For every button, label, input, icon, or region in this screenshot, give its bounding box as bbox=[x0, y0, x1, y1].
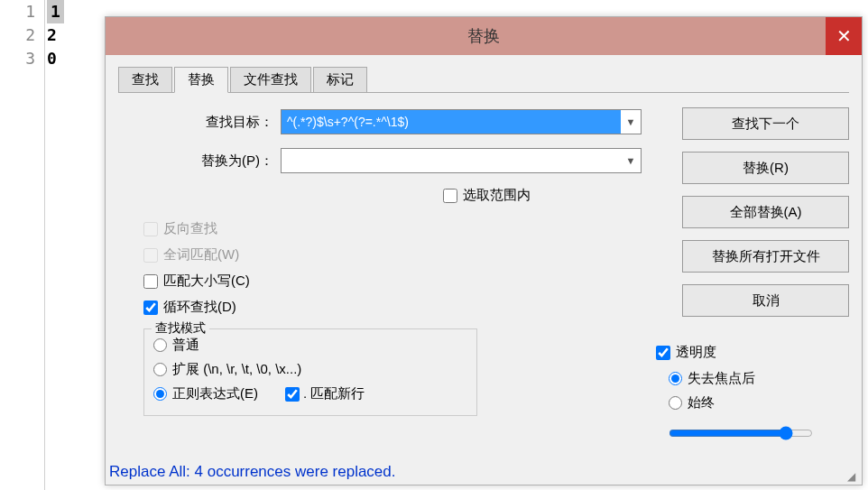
in-selection-checkbox[interactable] bbox=[443, 189, 457, 203]
close-button[interactable]: ✕ bbox=[826, 17, 862, 55]
replace-all-open-button[interactable]: 替换所有打开文件 bbox=[682, 240, 849, 273]
close-icon: ✕ bbox=[836, 25, 852, 47]
radio-extended-row: 扩展 (\n, \r, \t, \0, \x...) bbox=[153, 361, 467, 378]
find-combo[interactable]: ▼ bbox=[281, 109, 642, 134]
tab-find[interactable]: 查找 bbox=[118, 67, 172, 93]
titlebar[interactable]: 替换 ✕ bbox=[106, 17, 862, 55]
match-case-label: 匹配大小写(C) bbox=[163, 273, 250, 290]
trans-lose-focus-row: 失去焦点后 bbox=[669, 370, 836, 387]
replace-label: 替换为(P)： bbox=[118, 153, 281, 170]
search-mode-legend: 查找模式 bbox=[152, 320, 209, 337]
radio-normal[interactable] bbox=[153, 338, 167, 352]
tab-bar: 查找 替换 文件查找 标记 bbox=[118, 66, 849, 93]
gutter-line: 1 bbox=[0, 0, 44, 23]
trans-always-row: 始终 bbox=[669, 394, 836, 411]
whole-word-checkbox bbox=[143, 248, 158, 263]
transparency-group: 透明度 失去焦点后 始终 bbox=[656, 344, 836, 443]
dot-newline-label: . 匹配新行 bbox=[303, 385, 365, 402]
resize-grip-icon[interactable]: ◢ bbox=[847, 470, 860, 483]
replace-combo[interactable]: ▼ bbox=[281, 148, 642, 173]
gutter-line: 2 bbox=[0, 23, 44, 47]
dot-newline-checkbox[interactable] bbox=[285, 387, 300, 402]
radio-always-label: 始终 bbox=[688, 394, 715, 411]
dialog-title: 替换 bbox=[467, 25, 500, 47]
tab-find-in-files[interactable]: 文件查找 bbox=[230, 67, 311, 93]
backward-checkbox bbox=[143, 222, 158, 236]
dialog-body: 查找 替换 文件查找 标记 查找目标： ▼ 替换为(P)： ▼ 选取范围内 bbox=[106, 55, 862, 485]
tab-mark[interactable]: 标记 bbox=[313, 67, 367, 93]
radio-extended-label: 扩展 (\n, \r, \t, \0, \x...) bbox=[172, 361, 301, 378]
radio-regex[interactable] bbox=[153, 387, 167, 401]
radio-always[interactable] bbox=[669, 396, 682, 410]
transparency-toggle-row: 透明度 bbox=[656, 344, 836, 361]
buttons-column: 查找下一个 替换(R) 全部替换(A) 替换所有打开文件 取消 bbox=[682, 107, 849, 328]
chevron-down-icon[interactable]: ▼ bbox=[621, 155, 641, 166]
radio-lose-focus[interactable] bbox=[669, 372, 682, 385]
wrap-checkbox[interactable] bbox=[143, 300, 158, 315]
radio-normal-label: 普通 bbox=[172, 337, 199, 354]
tab-replace[interactable]: 替换 bbox=[174, 67, 228, 93]
cancel-button[interactable]: 取消 bbox=[682, 284, 849, 317]
radio-regex-label: 正则表达式(E) bbox=[172, 385, 258, 402]
gutter-line: 3 bbox=[0, 47, 44, 70]
radio-extended[interactable] bbox=[153, 363, 167, 376]
search-mode-fieldset: 查找模式 普通 扩展 (\n, \r, \t, \0, \x...) 正则表达式… bbox=[143, 328, 477, 416]
chevron-down-icon[interactable]: ▼ bbox=[621, 116, 641, 127]
line-gutter: 1 2 3 bbox=[0, 0, 45, 490]
transparency-checkbox[interactable] bbox=[656, 346, 670, 360]
replace-button[interactable]: 替换(R) bbox=[682, 152, 849, 184]
radio-lose-focus-label: 失去焦点后 bbox=[688, 370, 755, 387]
transparency-slider[interactable] bbox=[669, 426, 813, 440]
backward-label: 反向查找 bbox=[163, 220, 217, 237]
replace-input[interactable] bbox=[282, 149, 621, 172]
status-message: Replace All: 4 occurrences were replaced… bbox=[109, 463, 396, 481]
radio-normal-row: 普通 bbox=[153, 337, 467, 354]
transparency-label: 透明度 bbox=[676, 344, 716, 361]
find-next-button[interactable]: 查找下一个 bbox=[682, 107, 849, 140]
wrap-label: 循环查找(D) bbox=[163, 299, 236, 316]
find-input[interactable] bbox=[282, 110, 621, 134]
dot-newline-row: . 匹配新行 bbox=[285, 385, 365, 402]
replace-dialog: 替换 ✕ 查找 替换 文件查找 标记 查找目标： ▼ 替换为(P)： ▼ bbox=[105, 16, 863, 485]
radio-regex-row: 正则表达式(E) . 匹配新行 bbox=[153, 385, 467, 402]
replace-all-button[interactable]: 全部替换(A) bbox=[682, 196, 849, 228]
find-label: 查找目标： bbox=[118, 114, 281, 131]
in-selection-label: 选取范围内 bbox=[463, 187, 531, 204]
whole-word-label: 全词匹配(W) bbox=[163, 246, 239, 263]
match-case-checkbox[interactable] bbox=[143, 274, 158, 289]
